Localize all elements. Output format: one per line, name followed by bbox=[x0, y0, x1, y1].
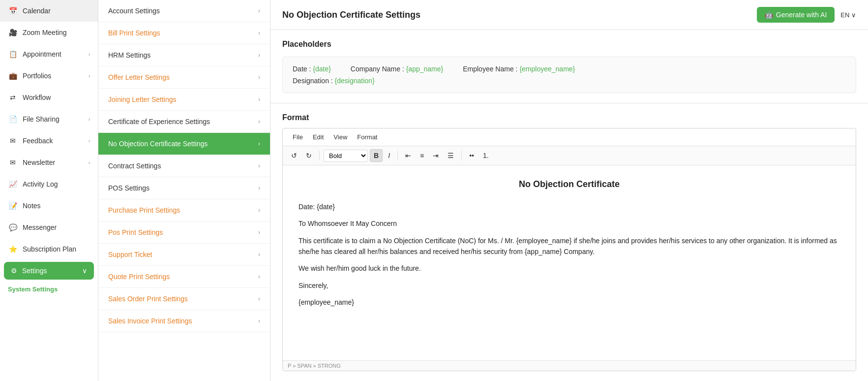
language-select[interactable]: EN ∨ bbox=[840, 11, 856, 19]
menu-item-label: Bill Print Settings bbox=[108, 29, 160, 37]
menu-item-hrm-settings[interactable]: HRM Settings › bbox=[98, 44, 270, 66]
middle-panel: Account Settings › Bill Print Settings ›… bbox=[98, 0, 270, 381]
placeholder-designation: Designation : {designation} bbox=[293, 77, 375, 85]
lang-label: EN bbox=[840, 11, 849, 19]
align-justify-button[interactable]: ☰ bbox=[444, 150, 457, 161]
menu-item-label: Sales Order Print Settings bbox=[108, 295, 188, 303]
menu-item-support-ticket[interactable]: Support Ticket › bbox=[98, 244, 270, 266]
menu-view[interactable]: View bbox=[329, 131, 352, 143]
sidebar-item-calendar[interactable]: 📅 Calendar bbox=[0, 0, 98, 22]
menu-item-sales-invoice-print-settings[interactable]: Sales Invoice Print Settings › bbox=[98, 310, 270, 332]
menu-file[interactable]: File bbox=[288, 131, 308, 143]
menu-item-no-objection-certificate[interactable]: No Objection Certificate Settings › bbox=[98, 133, 270, 155]
sidebar-item-file-sharing[interactable]: 📄 File Sharing › bbox=[0, 108, 98, 130]
sidebar-item-label: Workflow bbox=[23, 94, 51, 101]
menu-item-label: No Objection Certificate Settings bbox=[108, 140, 208, 148]
format-title: Format bbox=[282, 113, 856, 122]
sidebar-item-settings[interactable]: ⚙ Settings ∨ bbox=[4, 262, 94, 280]
align-center-button[interactable]: ≡ bbox=[417, 150, 427, 161]
editor-menubar: File Edit View Format bbox=[283, 128, 856, 146]
sidebar-item-newsletter[interactable]: ✉ Newsletter › bbox=[0, 152, 98, 173]
chevron-right-icon: › bbox=[258, 7, 260, 14]
chevron-right-icon: › bbox=[258, 30, 260, 36]
portfolios-icon: 💼 bbox=[8, 71, 18, 81]
chevron-right-icon: › bbox=[89, 138, 90, 144]
zoom-icon: 🎥 bbox=[8, 28, 18, 37]
menu-edit[interactable]: Edit bbox=[308, 131, 329, 143]
placeholder-company-name: Company Name : {app_name} bbox=[351, 65, 443, 73]
placeholder-company-var: {app_name} bbox=[406, 65, 444, 73]
appointment-icon: 📋 bbox=[8, 49, 18, 59]
redo-button[interactable]: ↻ bbox=[302, 150, 315, 161]
page-title: No Objection Certificate Settings bbox=[282, 10, 420, 20]
sidebar-item-notes[interactable]: 📝 Notes bbox=[0, 195, 98, 217]
ordered-list-button[interactable]: 1. bbox=[479, 150, 492, 161]
menu-item-certificate-of-experience[interactable]: Certificate of Experience Settings › bbox=[98, 111, 270, 133]
settings-icon: ⚙ bbox=[11, 267, 17, 275]
menu-item-label: Sales Invoice Print Settings bbox=[108, 317, 192, 325]
editor-content[interactable]: No Objection Certificate Date: {date} To… bbox=[283, 165, 856, 360]
menu-format[interactable]: Format bbox=[352, 131, 382, 143]
menu-item-label: Quote Print Settings bbox=[108, 273, 170, 281]
newsletter-icon: ✉ bbox=[8, 158, 18, 167]
chevron-right-icon: › bbox=[258, 118, 260, 125]
menu-item-bill-print-settings[interactable]: Bill Print Settings › bbox=[98, 22, 270, 44]
chevron-right-icon: › bbox=[258, 273, 260, 280]
content-line-5: Sincerely, bbox=[299, 280, 840, 291]
sidebar-item-label: Newsletter bbox=[23, 159, 55, 166]
messenger-icon: 💬 bbox=[8, 222, 18, 232]
chevron-down-icon: ∨ bbox=[82, 267, 87, 275]
chevron-right-icon: › bbox=[89, 52, 90, 57]
chevron-right-icon: › bbox=[258, 251, 260, 258]
editor-toolbar: ↺ ↻ Bold Normal Italic B I ⇤ ≡ ⇥ ☰ •• 1. bbox=[283, 146, 856, 165]
certificate-title: No Objection Certificate bbox=[299, 177, 840, 191]
menu-item-label: Joining Letter Settings bbox=[108, 95, 177, 103]
sidebar-item-feedback[interactable]: ✉ Feedback › bbox=[0, 130, 98, 152]
right-panel-header: No Objection Certificate Settings 🤖 Gene… bbox=[270, 0, 868, 30]
bold-button[interactable]: B bbox=[370, 149, 383, 162]
placeholders-grid: Date : {date} Company Name : {app_name} … bbox=[282, 57, 856, 93]
menu-item-quote-print-settings[interactable]: Quote Print Settings › bbox=[98, 266, 270, 288]
italic-button[interactable]: I bbox=[385, 150, 393, 161]
placeholder-employee-var: {employee_name} bbox=[519, 65, 575, 73]
font-style-select[interactable]: Bold Normal Italic bbox=[324, 150, 368, 162]
menu-item-pos-print-settings[interactable]: Pos Print Settings › bbox=[98, 222, 270, 244]
chevron-right-icon: › bbox=[258, 140, 260, 147]
placeholder-employee-label: Employee Name : bbox=[463, 65, 519, 73]
sidebar-item-messenger[interactable]: 💬 Messenger bbox=[0, 217, 98, 238]
content-line-1: Date: {date} bbox=[299, 201, 840, 212]
content-line-4: We wish her/him good luck in the future. bbox=[299, 263, 840, 274]
sidebar-item-label: Subscription Plan bbox=[23, 245, 76, 253]
placeholder-employee-name: Employee Name : {employee_name} bbox=[463, 65, 575, 73]
menu-item-label: Support Ticket bbox=[108, 251, 152, 258]
menu-item-pos-settings[interactable]: POS Settings › bbox=[98, 177, 270, 199]
chevron-down-icon: ∨ bbox=[851, 11, 856, 19]
menu-item-sales-order-print-settings[interactable]: Sales Order Print Settings › bbox=[98, 288, 270, 310]
sidebar-item-label: Portfolios bbox=[23, 72, 51, 80]
sidebar-item-subscription-plan[interactable]: ⭐ Subscription Plan bbox=[0, 238, 98, 260]
menu-item-purchase-print-settings[interactable]: Purchase Print Settings › bbox=[98, 199, 270, 222]
menu-item-label: Pos Print Settings bbox=[108, 228, 163, 236]
placeholder-company-label: Company Name : bbox=[351, 65, 406, 73]
align-right-button[interactable]: ⇥ bbox=[429, 150, 442, 161]
align-left-button[interactable]: ⇤ bbox=[402, 150, 415, 161]
sidebar-item-appointment[interactable]: 📋 Appointment › bbox=[0, 43, 98, 65]
generate-with-ai-button[interactable]: 🤖 Generate with AI bbox=[757, 7, 835, 23]
menu-item-account-settings[interactable]: Account Settings › bbox=[98, 0, 270, 22]
workflow-icon: ⇄ bbox=[8, 93, 18, 102]
menu-item-offer-letter-settings[interactable]: Offer Letter Settings › bbox=[98, 66, 270, 89]
menu-item-label: Contract Settings bbox=[108, 162, 161, 170]
sidebar-item-activity-log[interactable]: 📈 Activity Log bbox=[0, 173, 98, 195]
sidebar-item-portfolios[interactable]: 💼 Portfolios › bbox=[0, 65, 98, 87]
sidebar-item-zoom-meeting[interactable]: 🎥 Zoom Meeting bbox=[0, 22, 98, 43]
unordered-list-button[interactable]: •• bbox=[466, 150, 478, 161]
left-sidebar: 📅 Calendar 🎥 Zoom Meeting 📋 Appointment … bbox=[0, 0, 98, 381]
sidebar-item-label: Messenger bbox=[23, 223, 57, 231]
chevron-right-icon: › bbox=[258, 52, 260, 59]
menu-item-contract-settings[interactable]: Contract Settings › bbox=[98, 155, 270, 177]
menu-item-label: Purchase Print Settings bbox=[108, 206, 180, 214]
sidebar-item-workflow[interactable]: ⇄ Workflow bbox=[0, 87, 98, 108]
menu-item-joining-letter-settings[interactable]: Joining Letter Settings › bbox=[98, 89, 270, 111]
system-settings-label[interactable]: System Settings bbox=[0, 282, 98, 295]
undo-button[interactable]: ↺ bbox=[288, 150, 300, 161]
